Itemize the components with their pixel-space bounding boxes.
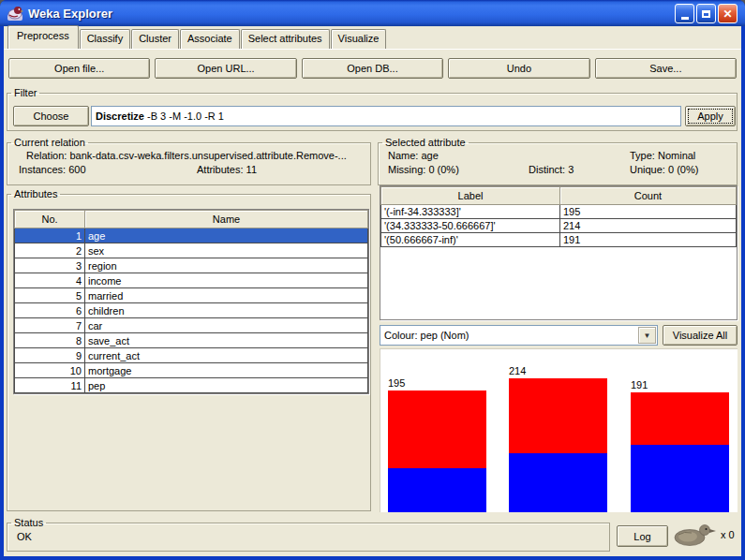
selected-attribute-label: Selected attribute bbox=[382, 137, 469, 148]
histogram-bar bbox=[509, 378, 607, 512]
current-relation-group: Current relation Relation: bank-data.csv… bbox=[7, 137, 371, 185]
tab-classify[interactable]: Classify bbox=[80, 29, 131, 49]
attr-distinct-label: Distinct: bbox=[529, 164, 565, 175]
log-button[interactable]: Log bbox=[617, 525, 668, 547]
attribute-row[interactable]: 8save_act bbox=[15, 333, 368, 348]
minimize-button[interactable] bbox=[675, 4, 694, 23]
value-counts-panel: Label Count '(-inf-34.333333]'195'(34.33… bbox=[380, 185, 738, 320]
attributes-table: No. Name 1age2sex3region4income5married6… bbox=[14, 210, 368, 393]
attribute-row[interactable]: 5married bbox=[15, 288, 368, 303]
attribute-name-cell[interactable]: pep bbox=[85, 378, 368, 393]
value-count-row[interactable]: '(34.333333-50.666667]'214 bbox=[381, 219, 737, 233]
bar-segment-top bbox=[388, 391, 486, 468]
save-button[interactable]: Save... bbox=[595, 58, 737, 79]
maximize-button[interactable] bbox=[696, 4, 716, 23]
attribute-name-cell[interactable]: save_act bbox=[85, 333, 368, 348]
relation-value: bank-data.csv-weka.filters.unsupervised.… bbox=[69, 150, 346, 161]
close-button[interactable]: ✕ bbox=[718, 4, 738, 23]
attributes-col-name-header[interactable]: Name bbox=[85, 211, 368, 228]
attributes-col-no-header[interactable]: No. bbox=[15, 211, 85, 228]
values-col-label-header[interactable]: Label bbox=[381, 187, 560, 205]
attribute-row[interactable]: 4income bbox=[15, 273, 368, 288]
open-db-button[interactable]: Open DB... bbox=[302, 58, 443, 79]
histogram-bar bbox=[388, 391, 486, 512]
attribute-no-cell[interactable]: 2 bbox=[15, 243, 85, 258]
attribute-no-cell[interactable]: 11 bbox=[15, 378, 85, 393]
attribute-name-cell[interactable]: age bbox=[85, 228, 368, 243]
bar-segment-bottom bbox=[388, 468, 486, 512]
colour-selector-combo[interactable]: Colour: pep (Nom) ▼ bbox=[380, 325, 658, 346]
attr-missing-value: 0 (0%) bbox=[428, 164, 458, 175]
attribute-no-cell[interactable]: 3 bbox=[15, 258, 85, 273]
tab-visualize[interactable]: Visualize bbox=[331, 29, 387, 49]
attribute-name-cell[interactable]: mortgage bbox=[85, 363, 368, 378]
value-label-cell[interactable]: '(50.666667-inf)' bbox=[381, 233, 560, 247]
attribute-name-cell[interactable]: married bbox=[85, 288, 368, 303]
attribute-name-cell[interactable]: region bbox=[85, 258, 368, 273]
selected-attribute-group: Selected attribute Name: age Type: Nomin… bbox=[378, 137, 738, 185]
attribute-name-cell[interactable]: children bbox=[85, 303, 368, 318]
filter-group: Filter Choose Discretize -B 3 -M -1.0 -R… bbox=[7, 87, 738, 131]
bar-count-label: 214 bbox=[509, 365, 526, 376]
attribute-name-cell[interactable]: current_act bbox=[85, 348, 368, 363]
chevron-down-icon[interactable]: ▼ bbox=[638, 327, 656, 344]
tab-associate[interactable]: Associate bbox=[180, 29, 240, 49]
value-count-row[interactable]: '(-inf-34.333333]'195 bbox=[381, 205, 737, 219]
attributes-group-label: Attributes bbox=[11, 188, 60, 199]
tab-select-attributes[interactable]: Select attributes bbox=[241, 29, 330, 49]
attr-distinct-value: 3 bbox=[568, 164, 574, 175]
value-label-cell[interactable]: '(34.333333-50.666667]' bbox=[381, 219, 560, 233]
attribute-name-cell[interactable]: car bbox=[85, 318, 368, 333]
colour-selector-value: Colour: pep (Nom) bbox=[384, 330, 469, 341]
open-url-button[interactable]: Open URL... bbox=[155, 58, 296, 79]
attribute-row[interactable]: 9current_act bbox=[15, 348, 368, 363]
attr-name-value: age bbox=[421, 150, 438, 161]
attribute-row[interactable]: 7car bbox=[15, 318, 368, 333]
attribute-no-cell[interactable]: 8 bbox=[15, 333, 85, 348]
attributes-table-body: 1age2sex3region4income5married6children7… bbox=[15, 228, 368, 393]
maximize-icon bbox=[702, 10, 710, 18]
tab-preprocess[interactable]: Preprocess bbox=[7, 25, 79, 49]
undo-button[interactable]: Undo bbox=[448, 58, 589, 79]
status-group-label: Status bbox=[11, 517, 46, 528]
filter-params: -B 3 -M -1.0 -R 1 bbox=[144, 111, 224, 122]
value-count-cell[interactable]: 214 bbox=[560, 219, 737, 233]
attribute-no-cell[interactable]: 6 bbox=[15, 303, 85, 318]
filter-config-field[interactable]: Discretize -B 3 -M -1.0 -R 1 bbox=[91, 106, 681, 126]
weka-explorer-window: Weka Explorer ✕ Preprocess Classify Clus… bbox=[0, 0, 745, 560]
attr-type-value: Nominal bbox=[658, 150, 695, 161]
attribute-row[interactable]: 1age bbox=[15, 228, 368, 243]
attribute-row[interactable]: 10mortgage bbox=[15, 363, 368, 378]
attribute-no-cell[interactable]: 9 bbox=[15, 348, 85, 363]
attr-name-label: Name: bbox=[388, 150, 418, 161]
attribute-row[interactable]: 6children bbox=[15, 303, 368, 318]
instances-value: 600 bbox=[68, 164, 85, 175]
histogram-chart: 195214191 bbox=[380, 348, 738, 512]
attribute-name-cell[interactable]: sex bbox=[85, 243, 368, 258]
attribute-row[interactable]: 2sex bbox=[15, 243, 368, 258]
attribute-no-cell[interactable]: 5 bbox=[15, 288, 85, 303]
value-count-cell[interactable]: 191 bbox=[560, 233, 737, 247]
attribute-no-cell[interactable]: 10 bbox=[15, 363, 85, 378]
tab-cluster[interactable]: Cluster bbox=[131, 29, 179, 49]
close-icon: ✕ bbox=[723, 8, 732, 20]
value-count-row[interactable]: '(50.666667-inf)'191 bbox=[381, 233, 737, 247]
app-weka-icon bbox=[7, 5, 23, 22]
open-file-button[interactable]: Open file... bbox=[8, 58, 150, 79]
attribute-no-cell[interactable]: 1 bbox=[15, 228, 85, 243]
attribute-name-cell[interactable]: income bbox=[85, 273, 368, 288]
attr-distinct-pair: Distinct: 3 bbox=[529, 164, 630, 175]
attributes-count-value: 11 bbox=[246, 164, 257, 175]
attribute-no-cell[interactable]: 7 bbox=[15, 318, 85, 333]
value-count-cell[interactable]: 195 bbox=[560, 205, 737, 219]
attribute-row[interactable]: 3region bbox=[15, 258, 368, 273]
values-col-count-header[interactable]: Count bbox=[560, 187, 737, 205]
choose-filter-button[interactable]: Choose bbox=[13, 106, 89, 126]
value-label-cell[interactable]: '(-inf-34.333333]' bbox=[381, 205, 560, 219]
filter-name: Discretize bbox=[96, 111, 144, 122]
attribute-row[interactable]: 11pep bbox=[15, 378, 368, 393]
visualize-all-button[interactable]: Visualize All bbox=[663, 325, 738, 346]
attribute-no-cell[interactable]: 4 bbox=[15, 273, 85, 288]
bar-segment-bottom bbox=[631, 445, 729, 512]
apply-filter-button[interactable]: Apply bbox=[685, 106, 736, 126]
